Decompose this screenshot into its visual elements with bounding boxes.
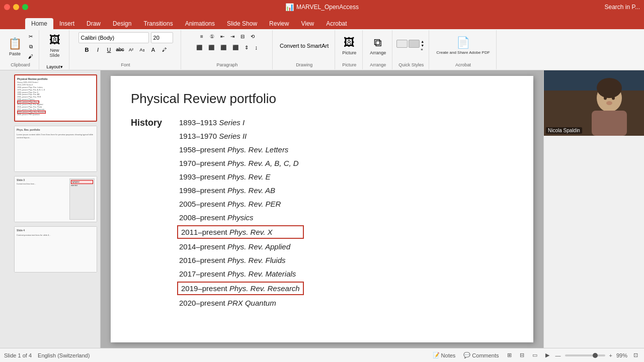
align-left-button[interactable]: ⬛	[194, 43, 205, 52]
history-item: 2005–present Phys. Rev. PER	[177, 198, 304, 210]
picture-group: 🖼 Picture Picture	[336, 30, 363, 69]
style-swatch-1[interactable]	[396, 40, 408, 48]
arrange-button[interactable]: ⧉ Arrange	[367, 32, 389, 59]
cut-button[interactable]: ✂	[26, 32, 36, 41]
subscript-button[interactable]: A₂	[137, 45, 147, 54]
webcam-name: Nicola Spaldin	[546, 127, 582, 134]
right-panel: Nicola Spaldin	[543, 70, 644, 348]
style-swatch-2[interactable]	[409, 40, 420, 48]
drawing-group: Convert to SmartArt Drawing	[274, 30, 335, 69]
close-button[interactable]	[4, 4, 10, 10]
history-label: History	[131, 118, 162, 309]
slide-canvas[interactable]: Physical Review portfolio History 1893–1…	[111, 76, 533, 342]
slide-thumb-3[interactable]: Slide 3 Content text lines here... highl…	[14, 176, 97, 222]
status-right: 📝 Notes 💬 Comments ⊞ ⊟ ▭ ▶ — + 99% ⊡	[431, 351, 640, 359]
picture-button[interactable]: 🖼 Picture	[339, 32, 359, 59]
indent-decrease-button[interactable]: ⇤	[218, 32, 227, 41]
slide-thumb-container-2: 2 Phys. Rev. portfolio Lorem ipsum conte…	[3, 126, 97, 172]
clipboard-buttons: 📋 Paste ✂ ⧉ 🖌	[5, 32, 36, 61]
strikethrough-button[interactable]: abc	[115, 45, 125, 54]
slide-thumb-4[interactable]: Slide 4 Content preview text lines for s…	[14, 226, 97, 273]
clipboard-label: Clipboard	[11, 62, 30, 67]
text-direction-button[interactable]: ⟲	[248, 32, 257, 41]
picture-icon: 🖼	[344, 36, 355, 49]
styles-dropdown-button[interactable]: ▲ ▼ ≡	[421, 40, 426, 51]
align-center-button[interactable]: ⬛	[206, 43, 217, 52]
app-body: 1 ★ Physical Review portfolio History 18…	[0, 70, 644, 348]
history-item: 1998–present Phys. Rev. AB	[177, 185, 304, 196]
history-item: 2020–present PRX Quantum	[177, 297, 304, 309]
line-spacing-button[interactable]: ⇕	[242, 43, 251, 52]
history-item: 2017–present Phys. Rev. Materials	[177, 268, 304, 280]
tab-draw[interactable]: Draw	[80, 18, 107, 29]
indent-increase-button[interactable]: ⇥	[228, 32, 237, 41]
numbering-button[interactable]: ①	[207, 32, 217, 41]
convert-smartart-button[interactable]: Convert to SmartArt	[277, 32, 332, 59]
tab-acrobat[interactable]: Acrobat	[320, 18, 353, 29]
new-slide-button[interactable]: 🖼 NewSlide	[46, 32, 64, 59]
paste-button[interactable]: 📋 Paste	[5, 33, 25, 60]
copy-button[interactable]: ⧉	[26, 42, 36, 51]
history-item: 2019–present Phys. Rev. Research	[177, 282, 304, 295]
adobe-group-label: Acrobat	[455, 62, 471, 67]
paragraph-spacing-button[interactable]: ↨	[252, 43, 261, 52]
svg-point-7	[606, 101, 612, 105]
tab-animations[interactable]: Animations	[179, 18, 221, 29]
app-icon: 📊	[285, 3, 294, 11]
bullets-button[interactable]: ≡	[197, 32, 206, 41]
tab-home[interactable]: Home	[25, 18, 53, 29]
svg-point-6	[612, 97, 615, 100]
adobe-pdf-button[interactable]: 📄 Create and Share Adobe PDF	[433, 32, 493, 59]
zoom-plus[interactable]: +	[609, 352, 612, 358]
normal-view-button[interactable]: ⊞	[505, 351, 514, 359]
tab-insert[interactable]: Insert	[53, 18, 80, 29]
slide-thumb-1[interactable]: Physical Review portfolio History 1893–1…	[14, 74, 97, 122]
notes-button[interactable]: 📝 Notes	[431, 351, 458, 359]
font-name-selector[interactable]	[78, 32, 149, 43]
tab-design[interactable]: Design	[107, 18, 137, 29]
comments-icon: 💬	[463, 352, 470, 358]
zoom-thumb	[593, 353, 598, 358]
highlight-button[interactable]: 🖍	[159, 45, 170, 54]
comments-button[interactable]: 💬 Comments	[461, 351, 501, 359]
quick-styles-label: Quick Styles	[398, 62, 424, 67]
arrange-icon: ⧉	[374, 36, 382, 49]
slides-buttons: 🖼 NewSlide	[46, 32, 64, 59]
underline-button[interactable]: U	[104, 45, 114, 54]
tab-transitions[interactable]: Transitions	[137, 18, 179, 29]
font-group-label: Font	[121, 62, 130, 67]
history-item: 1913–1970 Series II	[177, 130, 304, 142]
slide-title: Physical Review portfolio	[131, 91, 513, 107]
slide-4-content: Slide 4 Content preview text lines for s…	[15, 227, 97, 272]
format-painter-button[interactable]: 🖌	[26, 52, 36, 61]
columns-button[interactable]: ⊟	[238, 32, 247, 41]
minimize-button[interactable]	[13, 4, 19, 10]
reading-view-button[interactable]: ▭	[530, 351, 539, 359]
bold-button[interactable]: B	[82, 45, 92, 54]
fit-slide-button[interactable]: ⊡	[631, 351, 640, 359]
zoom-minus[interactable]: —	[555, 352, 561, 358]
justify-button[interactable]: ⬛	[230, 43, 241, 52]
slide-thumb-2[interactable]: Phys. Rev. portfolio Lorem ipsum content…	[14, 126, 97, 172]
tab-view[interactable]: View	[295, 18, 320, 29]
status-left: Slide 1 of 4 English (Switzerland)	[4, 352, 90, 358]
quick-styles-group: ▲ ▼ ≡ Quick Styles	[393, 30, 429, 69]
font-size-selector[interactable]	[151, 32, 173, 43]
tab-review[interactable]: Review	[263, 18, 295, 29]
tab-slideshow[interactable]: Slide Show	[221, 18, 263, 29]
font-color-button[interactable]: A	[148, 45, 158, 54]
zoom-slider[interactable]	[565, 354, 605, 356]
layout-button[interactable]: Layout ▾	[43, 62, 66, 71]
align-right-button[interactable]: ⬛	[218, 43, 229, 52]
history-item: 2014–present Phys. Rev. Applied	[177, 241, 304, 252]
window-controls	[4, 4, 28, 10]
maximize-button[interactable]	[22, 4, 28, 10]
ribbon-tabs: Home Insert Draw Design Transitions Anim…	[0, 14, 644, 29]
history-item: 2008–present Physics	[177, 212, 304, 223]
slide-1-content: Physical Review portfolio History 1893–1…	[15, 75, 96, 121]
grid-view-button[interactable]: ⊟	[518, 351, 526, 359]
italic-button[interactable]: I	[93, 45, 103, 54]
webcam-video	[544, 70, 644, 136]
superscript-button[interactable]: A²	[126, 45, 136, 54]
slideshow-button[interactable]: ▶	[543, 351, 551, 359]
